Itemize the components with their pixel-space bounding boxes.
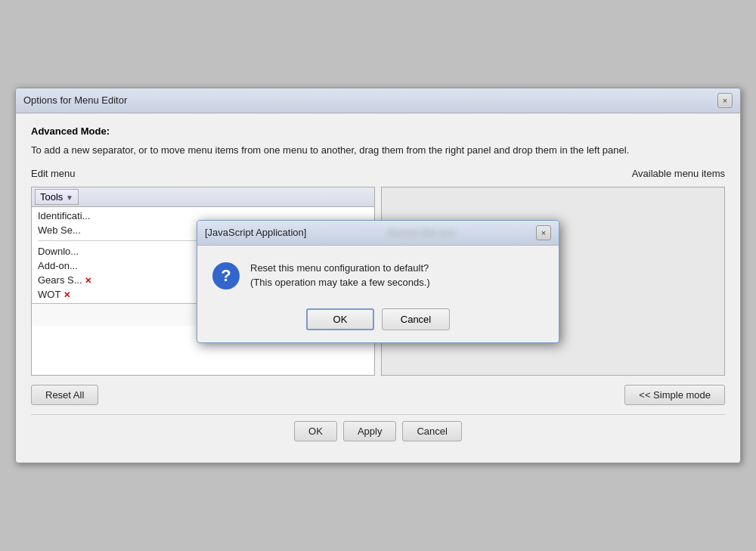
edit-menu-label: Edit menu	[31, 168, 374, 179]
reset-all-button[interactable]: Reset All	[31, 385, 98, 405]
js-dialog-overlay: [JavaScript Application] blurred title t…	[31, 187, 725, 376]
main-dialog-close-button[interactable]: ×	[717, 93, 733, 108]
apply-button[interactable]: Apply	[343, 421, 397, 441]
main-dialog-titlebar: Options for Menu Editor ×	[16, 88, 740, 113]
js-dialog-body: ? Reset this menu configuration to defau…	[197, 246, 559, 302]
cancel-button[interactable]: Cancel	[402, 421, 461, 441]
close-icon: ×	[723, 96, 727, 105]
bottom-buttons-row: Reset All << Simple mode	[31, 385, 725, 405]
ok-button[interactable]: OK	[294, 421, 337, 441]
main-dialog-body: Advanced Mode: To add a new separator, o…	[16, 113, 740, 463]
js-dialog-message: Reset this menu configuration to default…	[250, 261, 430, 290]
advanced-mode-title: Advanced Mode:	[31, 125, 725, 137]
js-application-dialog: [JavaScript Application] blurred title t…	[197, 220, 559, 343]
close-icon: ×	[541, 228, 546, 237]
action-buttons-row: OK Apply Cancel	[31, 414, 725, 450]
main-dialog: Options for Menu Editor × Advanced Mode:…	[15, 88, 741, 464]
message-line2: (This operation may take a few seconds.)	[250, 275, 430, 290]
available-menu-items-label: Available menu items	[382, 168, 725, 179]
advanced-mode-description: To add a new separator, or to move menu …	[31, 143, 725, 158]
js-dialog-buttons: OK Cancel	[197, 302, 559, 342]
panels-label-row: Edit menu Available menu items	[31, 168, 725, 179]
main-dialog-title: Options for Menu Editor	[23, 94, 127, 106]
simple-mode-button[interactable]: << Simple mode	[624, 385, 725, 405]
message-line1: Reset this menu configuration to default…	[250, 261, 430, 276]
question-icon: ?	[212, 262, 240, 289]
js-dialog-title-blurred: blurred title text	[388, 227, 455, 238]
js-dialog-title: [JavaScript Application]	[205, 227, 306, 238]
js-ok-button[interactable]: OK	[306, 308, 374, 330]
js-cancel-button[interactable]: Cancel	[382, 308, 450, 330]
panels-content: Tools ▼ Identificati... Web Se... Downlo…	[31, 187, 725, 376]
js-dialog-titlebar: [JavaScript Application] blurred title t…	[197, 221, 559, 246]
js-dialog-close-button[interactable]: ×	[536, 225, 551, 240]
